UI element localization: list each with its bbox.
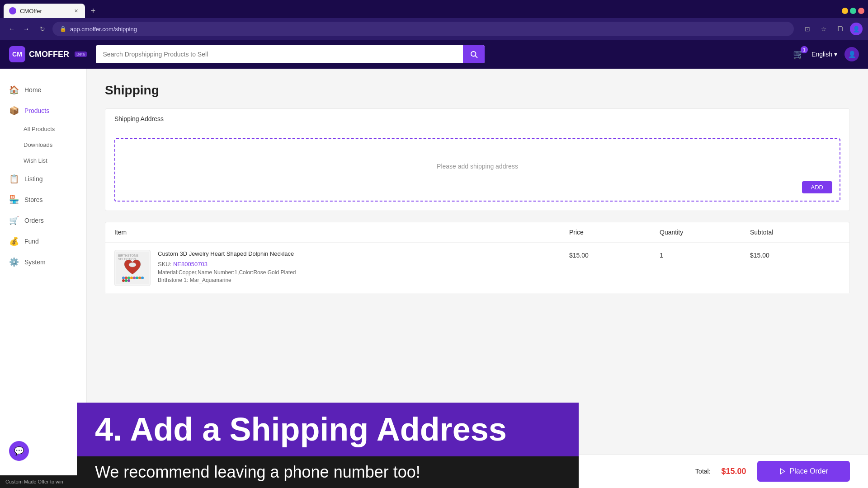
svg-point-10: [133, 277, 136, 279]
sidebar-item-listing[interactable]: 📋 Listing: [0, 169, 86, 189]
language-selector[interactable]: English ▾: [811, 51, 837, 58]
shipping-address-header: Shipping Address: [105, 109, 849, 129]
close-button[interactable]: [858, 8, 864, 14]
sidebar-item-label-listing: Listing: [24, 175, 42, 183]
tab-bar: CMOffer ✕ +: [0, 0, 868, 18]
wish-list-label: Wish List: [24, 157, 47, 164]
logo-area: CM CMOFFER Beta: [9, 46, 87, 62]
back-button[interactable]: ←: [5, 23, 18, 35]
active-tab[interactable]: CMOffer ✕: [4, 4, 85, 18]
maximize-button[interactable]: [850, 8, 856, 14]
svg-point-8: [127, 277, 130, 279]
user-avatar[interactable]: 👤: [844, 47, 859, 61]
place-order-button[interactable]: Place Order: [757, 461, 850, 482]
logo-text: CMOFFER: [29, 50, 69, 59]
bottom-promo: Custom Made Offer to win: [0, 475, 77, 488]
language-label: English: [811, 51, 832, 58]
col-subtotal: Subtotal: [750, 229, 840, 236]
product-meta-2: Birthstone 1: Mar_Aquamarine: [158, 277, 296, 283]
table-row: BIRTHSTONE SELECTION: [105, 243, 849, 294]
sidebar-nav: 🏠 Home 📦 Products All Products Downloads: [0, 76, 86, 276]
fund-icon: 💰: [9, 236, 19, 246]
svg-point-9: [130, 277, 133, 279]
listing-icon: 📋: [9, 174, 19, 184]
sidebar-item-stores[interactable]: 🏪 Stores: [0, 189, 86, 210]
banner-main: 4. Add a Shipping Address: [77, 403, 579, 456]
nav-arrows: ← →: [5, 23, 33, 35]
header-right: 🛒 1 English ▾ 👤: [793, 47, 859, 61]
browser-chrome: CMOffer ✕ + ← → ↻ 🔒 app.cmoffer.com/ship…: [0, 0, 868, 40]
bookmark-icon[interactable]: ☆: [817, 23, 830, 35]
forward-button[interactable]: →: [20, 23, 33, 35]
sidebar-item-label-orders: Orders: [24, 217, 44, 224]
nav-icons: ⊡ ☆ ⧠ 👤: [801, 23, 863, 35]
tab-title: CMOffer: [20, 8, 69, 14]
svg-point-13: [141, 277, 144, 279]
svg-point-5: [129, 263, 136, 267]
sidebar-item-wish-list[interactable]: Wish List: [0, 153, 86, 169]
nav-bar: ← → ↻ 🔒 app.cmoffer.com/shipping ⊡ ☆ ⧠ 👤: [0, 18, 868, 40]
sidebar-item-system[interactable]: ⚙️ System: [0, 252, 86, 272]
svg-point-16: [127, 279, 130, 282]
product-image-svg: BIRTHSTONE SELECTION: [116, 252, 149, 284]
col-quantity: Quantity: [660, 229, 750, 236]
sidebar-item-label-home: Home: [24, 86, 41, 94]
total-amount: $15.00: [722, 467, 746, 476]
search-input[interactable]: [96, 51, 463, 58]
lock-icon: 🔒: [60, 26, 66, 32]
sidebar: 🏠 Home 📦 Products All Products Downloads: [0, 69, 87, 488]
cart-badge: 1: [801, 46, 808, 53]
sku-label: SKU:: [158, 261, 173, 267]
system-icon: ⚙️: [9, 257, 19, 267]
banner-subtitle-text: We recommend leaving a phone number too!: [95, 463, 561, 482]
new-tab-button[interactable]: +: [87, 5, 99, 17]
sidebar-item-fund[interactable]: 💰 Fund: [0, 231, 86, 252]
sidebar-item-products[interactable]: 📦 Products: [0, 100, 86, 121]
search-bar[interactable]: [96, 45, 485, 63]
stores-icon: 🏪: [9, 195, 19, 205]
item-cell: BIRTHSTONE SELECTION: [114, 250, 569, 286]
place-order-label: Place Order: [790, 467, 828, 475]
url-text: app.cmoffer.com/shipping: [70, 26, 787, 33]
overlay-banner: 4. Add a Shipping Address We recommend l…: [77, 403, 579, 488]
profile-button[interactable]: 👤: [850, 23, 863, 35]
shipping-address-card: Shipping Address Please add shipping add…: [105, 108, 850, 211]
price-cell: $15.00: [569, 250, 660, 259]
extensions-icon[interactable]: ⧠: [834, 23, 846, 35]
sidebar-item-home[interactable]: 🏠 Home: [0, 80, 86, 100]
tab-close-button[interactable]: ✕: [72, 7, 80, 14]
sidebar-item-orders[interactable]: 🛒 Orders: [0, 210, 86, 231]
banner-subtitle: We recommend leaving a phone number too!: [77, 456, 579, 488]
cart-button[interactable]: 🛒 1: [793, 49, 804, 60]
search-button[interactable]: [463, 45, 485, 63]
svg-point-11: [136, 277, 138, 279]
products-icon: 📦: [9, 106, 19, 116]
chat-button[interactable]: 💬: [9, 441, 29, 461]
order-table: Item Price Quantity Subtotal BIRTHSTONE …: [105, 222, 850, 294]
svg-line-1: [475, 56, 477, 57]
product-details: Custom 3D Jewelry Heart Shaped Dolphin N…: [158, 250, 296, 286]
tab-favicon: [9, 7, 16, 14]
address-bar[interactable]: 🔒 app.cmoffer.com/shipping: [52, 22, 794, 36]
sidebar-item-downloads[interactable]: Downloads: [0, 137, 86, 153]
promo-text: Custom Made Offer to win: [5, 479, 63, 484]
sidebar-item-label-stores: Stores: [24, 196, 42, 203]
cast-icon[interactable]: ⊡: [801, 23, 814, 35]
col-price: Price: [569, 229, 660, 236]
logo-beta: Beta: [75, 52, 87, 57]
add-address-button[interactable]: ADD: [802, 181, 832, 193]
svg-point-6: [122, 277, 125, 279]
svg-text:BIRTHSTONE: BIRTHSTONE: [118, 254, 138, 257]
sidebar-item-label-products: Products: [24, 107, 49, 114]
svg-point-15: [125, 279, 127, 282]
cursor-icon: [779, 468, 786, 475]
table-header: Item Price Quantity Subtotal: [105, 222, 849, 243]
page-title: Shipping: [105, 83, 850, 98]
home-icon: 🏠: [9, 85, 19, 95]
sidebar-item-all-products[interactable]: All Products: [0, 121, 86, 137]
svg-point-12: [138, 277, 141, 279]
refresh-button[interactable]: ↻: [36, 23, 49, 35]
product-meta-1: Material:Copper,Name Number:1,Color:Rose…: [158, 269, 296, 276]
minimize-button[interactable]: [842, 8, 848, 14]
banner-title: 4. Add a Shipping Address: [95, 412, 561, 447]
